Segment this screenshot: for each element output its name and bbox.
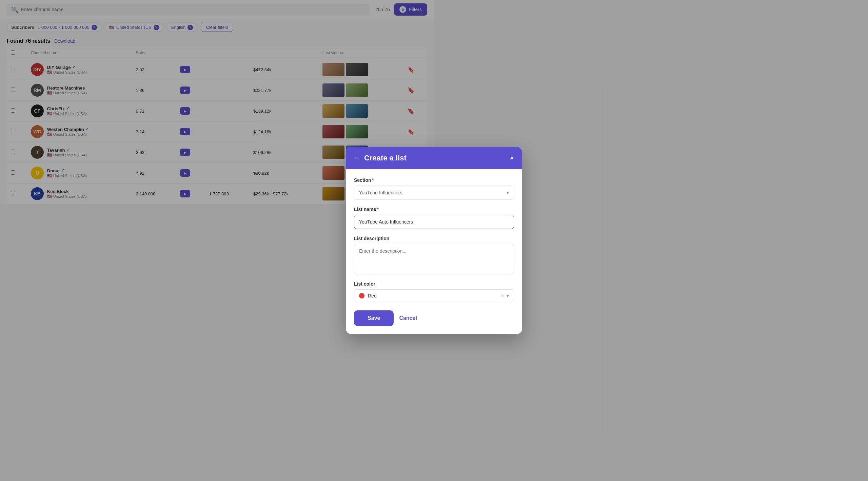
section-select-value: YouTube Influencers	[359, 190, 402, 195]
modal-body: Section* YouTube Influencers ▾ List name…	[346, 169, 434, 240]
section-label: Section*	[354, 177, 434, 183]
modal-back-button[interactable]: ←	[354, 155, 360, 162]
list-name-label: List name*	[354, 207, 434, 212]
section-field-group: Section* YouTube Influencers ▾	[354, 177, 434, 200]
list-name-field-group: List name*	[354, 207, 434, 229]
modal-overlay[interactable]: ← Create a list × Section* YouTube Influ…	[0, 0, 434, 240]
list-description-field-group: List description	[354, 236, 434, 240]
modal-header: ← Create a list ×	[346, 147, 434, 169]
list-description-label: List description	[354, 236, 434, 240]
modal-title: Create a list	[364, 154, 434, 162]
create-list-modal: ← Create a list × Section* YouTube Influ…	[346, 147, 434, 240]
section-select[interactable]: YouTube Influencers ▾	[354, 186, 434, 200]
list-name-input[interactable]	[354, 215, 434, 229]
